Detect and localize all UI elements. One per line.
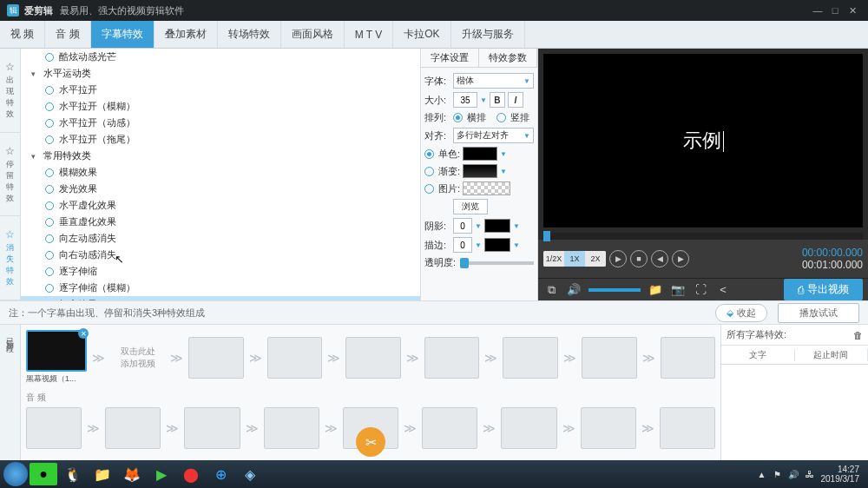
bold-button[interactable]: B (490, 92, 505, 108)
effect-item[interactable]: 向左动感消失 (21, 230, 420, 247)
color-swatch[interactable] (463, 147, 497, 161)
taskbar-app[interactable]: 🦊 (118, 463, 146, 485)
play-button[interactable]: ▶ (609, 250, 627, 267)
effect-item[interactable]: 酷炫动感光芒 (21, 49, 420, 65)
effect-item[interactable]: 打字效果 (21, 296, 420, 300)
clip-1[interactable]: ✕ (26, 330, 87, 372)
clip-empty[interactable] (582, 337, 637, 379)
clip-delete-icon[interactable]: ✕ (78, 328, 89, 339)
effect-item[interactable]: 水平拉开（动感） (21, 115, 420, 131)
clip-empty[interactable] (345, 337, 401, 379)
shadow-input[interactable] (453, 218, 472, 234)
export-button[interactable]: ⎙导出视频 (784, 279, 863, 300)
audio-clip-empty[interactable] (422, 407, 477, 449)
speed-1/2X[interactable]: 1/2X (543, 251, 564, 267)
close-button[interactable]: ✕ (844, 3, 861, 17)
clip-empty[interactable] (503, 337, 558, 379)
taskbar-app[interactable]: ⊕ (207, 463, 234, 485)
effect-item[interactable]: 发光效果 (21, 181, 420, 197)
tray-icon[interactable]: ▲ (758, 470, 766, 479)
share-icon[interactable]: < (715, 282, 731, 298)
color-gradient-radio[interactable] (424, 167, 434, 176)
clip-empty[interactable] (661, 337, 716, 379)
tab-2[interactable]: 字幕特效 (91, 21, 155, 48)
tab-8[interactable]: 升级与服务 (451, 21, 525, 48)
speed-2X[interactable]: 2X (585, 251, 606, 267)
taskbar-app[interactable]: ▶ (148, 463, 175, 485)
effect-category[interactable]: ▾水平运动类 (21, 65, 420, 82)
prev-frame-button[interactable]: ◀ (651, 250, 668, 267)
italic-button[interactable]: I (508, 92, 523, 108)
minimize-button[interactable]: — (809, 3, 826, 17)
cut-button[interactable]: ✂ (356, 427, 385, 457)
font-select[interactable]: 楷体▼ (453, 73, 534, 89)
effect-item[interactable]: 向右动感消失 (21, 247, 420, 263)
phase-1[interactable]: ☆停留特效 (0, 133, 20, 217)
arrange-h-radio[interactable] (453, 113, 463, 122)
taskbar-app[interactable]: ⬤ (177, 463, 205, 485)
effect-item[interactable]: 垂直虚化效果 (21, 214, 420, 230)
effect-item[interactable]: 逐字伸缩（模糊） (21, 280, 420, 296)
arrange-v-radio[interactable] (496, 113, 506, 122)
maximize-button[interactable]: □ (826, 3, 844, 17)
taskbar-app[interactable]: ◈ (236, 463, 264, 485)
tab-0[interactable]: 视 频 (0, 21, 45, 48)
color-solid-radio[interactable] (424, 149, 434, 159)
mark-in-icon[interactable]: ⧉ (543, 282, 559, 298)
fullscreen-icon[interactable]: ⛶ (693, 282, 708, 298)
taskbar-app[interactable]: ● (30, 463, 57, 485)
preview-video[interactable]: 示例 (543, 54, 863, 228)
props-tab-font[interactable]: 字体设置 (421, 49, 479, 67)
align-select[interactable]: 多行时左对齐▼ (453, 128, 534, 143)
tray-network-icon[interactable]: 🖧 (806, 470, 814, 479)
tab-4[interactable]: 转场特效 (218, 21, 281, 48)
stroke-input[interactable] (453, 237, 472, 253)
props-tab-effect[interactable]: 特效参数 (479, 49, 537, 67)
audio-clip-empty[interactable] (660, 407, 715, 449)
taskbar-app[interactable]: 📁 (89, 463, 116, 485)
tab-3[interactable]: 叠加素材 (155, 21, 218, 48)
stop-button[interactable]: ■ (630, 250, 648, 267)
clip-empty[interactable] (188, 337, 244, 379)
audio-clip-empty[interactable] (581, 407, 636, 449)
opacity-slider[interactable] (460, 261, 534, 265)
transition-icon[interactable]: ≫ (92, 351, 105, 365)
preview-scrubber[interactable] (543, 233, 863, 240)
audio-clip-empty[interactable] (264, 407, 319, 449)
gradient-swatch[interactable] (463, 164, 497, 178)
volume-slider[interactable] (589, 288, 641, 292)
collapse-button[interactable]: ⬙收起 (715, 304, 767, 322)
audio-clip-empty[interactable] (184, 407, 240, 449)
clip-empty[interactable] (267, 337, 323, 379)
phase-2[interactable]: ☆消失特效 (0, 216, 20, 300)
tab-7[interactable]: 卡拉OK (393, 21, 450, 48)
tray-volume-icon[interactable]: 🔊 (788, 470, 799, 479)
volume-icon[interactable]: 🔊 (566, 282, 582, 298)
next-frame-button[interactable]: ▶ (672, 250, 689, 267)
effect-item[interactable]: 水平拉开（模糊） (21, 98, 420, 115)
folder-icon[interactable]: 📁 (648, 282, 663, 298)
snapshot-icon[interactable]: 📷 (670, 282, 686, 298)
tray-icon[interactable]: ⚑ (773, 470, 781, 479)
effect-item[interactable]: 逐字伸缩 (21, 263, 420, 280)
font-size-input[interactable] (453, 92, 477, 108)
browse-button[interactable]: 浏览 (453, 199, 488, 214)
effect-item[interactable]: 水平虚化效果 (21, 197, 420, 214)
delete-subtitle-icon[interactable]: 🗑 (853, 330, 863, 340)
play-test-button[interactable]: 播放试试 (778, 303, 859, 323)
taskbar-app[interactable]: 🐧 (59, 463, 87, 485)
audio-clip-empty[interactable] (501, 407, 556, 449)
effect-item[interactable]: 模糊效果 (21, 164, 420, 181)
timeline[interactable]: ✕ 黑幕视频（1... ≫ 双击此处添加视频 ≫ ≫ ≫ ≫ ≫ ≫ ≫ 音 频… (21, 325, 720, 481)
clip-empty[interactable] (424, 337, 480, 379)
start-button[interactable] (3, 462, 28, 486)
audio-clip-empty[interactable] (105, 407, 161, 449)
effect-item[interactable]: 水平拉开 (21, 82, 420, 98)
speed-1X[interactable]: 1X (564, 251, 585, 267)
add-clip-hint[interactable]: 双击此处添加视频 (110, 346, 165, 370)
audio-clip-empty[interactable] (26, 407, 82, 449)
tab-5[interactable]: 画面风格 (281, 21, 345, 48)
effect-tree[interactable]: 酷炫动感光芒▾水平运动类水平拉开水平拉开（模糊）水平拉开（动感）水平拉开（拖尾）… (21, 49, 421, 300)
phase-0[interactable]: ☆出现特效 (0, 49, 20, 133)
effect-category[interactable]: ▾常用特效类 (21, 148, 420, 164)
